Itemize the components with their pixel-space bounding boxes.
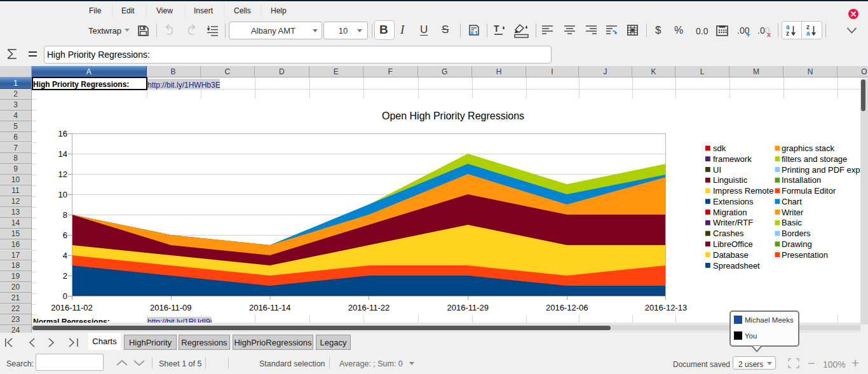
svg-text:Extensions: Extensions <box>713 197 754 206</box>
svg-text:sdk: sdk <box>713 144 726 153</box>
svg-text:Borders: Borders <box>782 229 811 238</box>
svg-text:Chart: Chart <box>782 197 802 206</box>
svg-text:2016-11-09: 2016-11-09 <box>150 303 192 312</box>
svg-text:Linguistic: Linguistic <box>713 175 748 185</box>
svg-text:Printing and PDF export: Printing and PDF export <box>782 165 860 175</box>
svg-text:Open High Priority Regressions: Open High Priority Regressions <box>382 110 524 121</box>
svg-text:graphics stack: graphics stack <box>782 144 835 153</box>
svg-text:a: a <box>806 30 810 37</box>
svg-text:UI: UI <box>713 165 721 175</box>
svg-text:2016-11-22: 2016-11-22 <box>348 303 390 312</box>
svg-text:1: 1 <box>475 30 478 36</box>
svg-text:2016-12-06: 2016-12-06 <box>546 303 588 312</box>
svg-text:Presentation: Presentation <box>782 250 828 260</box>
svg-text:2016-11-02: 2016-11-02 <box>51 303 93 312</box>
svg-text:Basic: Basic <box>782 218 802 227</box>
svg-text:0: 0 <box>63 291 67 301</box>
svg-text:Migration: Migration <box>713 208 747 217</box>
svg-text:Impress Remote: Impress Remote <box>713 186 773 196</box>
svg-text:4: 4 <box>63 251 67 260</box>
svg-text:14: 14 <box>58 149 67 159</box>
svg-text:16: 16 <box>58 129 67 138</box>
svg-text:framework: framework <box>713 154 752 164</box>
svg-text:2016-11-14: 2016-11-14 <box>249 303 291 312</box>
svg-text:Database: Database <box>713 250 749 260</box>
svg-text:2016-11-29: 2016-11-29 <box>447 303 489 312</box>
svg-text:filters and storage: filters and storage <box>782 154 847 164</box>
svg-text:Crashes: Crashes <box>713 229 744 238</box>
svg-text:2: 2 <box>63 271 67 281</box>
svg-text:2016-12-13: 2016-12-13 <box>645 303 688 312</box>
svg-text:Formula Editor: Formula Editor <box>782 186 836 196</box>
svg-text:Spreadsheet: Spreadsheet <box>713 261 760 270</box>
svg-text:LibreOffice: LibreOffice <box>713 239 753 249</box>
svg-text:Drawing: Drawing <box>782 239 812 249</box>
svg-text:Writer: Writer <box>782 208 804 217</box>
svg-text:6: 6 <box>63 230 67 240</box>
svg-text:Installation: Installation <box>782 175 821 185</box>
svg-text:12: 12 <box>58 170 67 179</box>
svg-text:T: T <box>494 24 499 34</box>
svg-text:z: z <box>786 30 789 37</box>
svg-text:8: 8 <box>63 210 67 220</box>
svg-text:Writer/RTF: Writer/RTF <box>713 218 753 227</box>
svg-text:10: 10 <box>58 190 67 199</box>
